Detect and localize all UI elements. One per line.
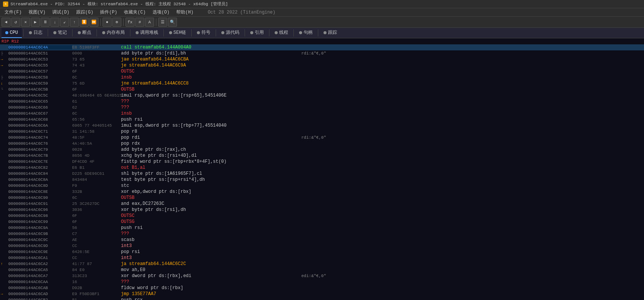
disasm-row[interactable]: 0000000144AC6C82E6 B1out B1,al <box>0 165 644 171</box>
disasm-row[interactable]: 0000000144AC6CA7313C23xor dword ptr ds:[… <box>0 273 644 279</box>
disasm-row[interactable]: 0000000144AC6C6561??? <box>0 98 644 105</box>
disasm-row[interactable]: 0000000144AC6C996FOUTSG <box>0 219 644 225</box>
tb-options-button[interactable]: ☰ <box>158 18 167 27</box>
disasm-row[interactable]: 0000000144AC6C7EDF4CDD 4Ffisttp word ptr… <box>0 159 644 165</box>
row-bytes: DF4CDD 4F <box>72 159 121 164</box>
row-arrow-indicator: ├ <box>1 76 8 80</box>
tab-seh[interactable]: SEH链 <box>165 28 190 38</box>
disasm-row[interactable]: 0000000144AC6C84D225 6DE96C61shl byte pt… <box>0 171 644 177</box>
disasm-view[interactable]: RIP R12 0000000144AC6C4AE8 5198F3FFcall … <box>0 38 644 300</box>
menu-favorites[interactable]: 收藏夹(C) <box>121 8 149 16</box>
menu-debug[interactable]: 调试(D) <box>49 8 73 16</box>
tab-threads[interactable]: 线程 <box>271 28 292 38</box>
title-bar: x StreamFab64.exe - PID: 32544 - 模块: str… <box>0 0 644 8</box>
disasm-row[interactable]: 0000000144AC6C6A6965 77 40405145imul esp… <box>0 123 644 129</box>
tab-log[interactable]: 日志 <box>25 28 46 38</box>
disasm-row[interactable]: 0000000144AC6C8DF9stc <box>0 183 644 189</box>
disasm-row[interactable]: 0000000144AC6CA584 E0mov ah,E0 <box>0 267 644 273</box>
menu-options[interactable]: 选项(O) <box>150 8 173 16</box>
disasm-row[interactable]: 0000000144AC6C9125 3C2627DCand eax,DC272… <box>0 201 644 207</box>
row-bytes: 48:696464 65 6E40515 <box>72 93 121 98</box>
disasm-row[interactable]: └0000000144AC6C5B6FOUTSB <box>0 86 644 92</box>
menu-file[interactable]: 文件(F) <box>2 8 25 16</box>
tab-notes[interactable]: 笔记 <box>50 28 71 38</box>
tb-run-button[interactable]: ▶ <box>31 18 40 27</box>
tb-pause-button[interactable]: ⏸ <box>41 18 50 27</box>
tab-source[interactable]: 源代码 <box>218 28 243 38</box>
row-bytes: E6 B1 <box>72 165 121 170</box>
disasm-row[interactable]: 0000000144AC6C764A:40:5Apop rdx <box>0 141 644 147</box>
disasm-row[interactable]: 0000000144AC6C790028add byte ptr ds:[rax… <box>0 147 644 153</box>
row-address: 0000000144AC6CAA <box>8 280 72 284</box>
disasm-row[interactable]: 0000000144AC6C6662??? <box>0 105 644 111</box>
tab-trace-log[interactable]: 跟踪 <box>320 28 341 38</box>
menu-view[interactable]: 视图(V) <box>26 8 49 16</box>
disasm-row[interactable]: 0000000144AC6C7131 141:58pop r8 <box>0 129 644 135</box>
disasm-row[interactable]: 0000000144AC6CABD92Bfldcw word ptr ds:[r… <box>0 285 644 291</box>
disasm-row[interactable]: 0000000144AC6C8E332Bxor ebp,dword ptr ds… <box>0 189 644 195</box>
disasm-row[interactable]: 0000000144AC6C986FOUTSC <box>0 213 644 219</box>
row-bytes: 6F <box>72 220 121 224</box>
disasm-row[interactable]: →0000000144AC6C5574 43je streamfab64.144… <box>0 62 644 68</box>
disasm-row[interactable]: 0000000144AC6C9A56push rsi <box>0 225 644 231</box>
disasm-row[interactable]: →0000000144AC6CADE9 F50D3BF1jmp 135E77AA… <box>0 291 644 297</box>
tab-symbols[interactable]: 符号 <box>193 28 214 38</box>
menu-trace[interactable]: 跟踪(G) <box>73 8 97 16</box>
row-address: 0000000144AC6CAB <box>8 286 72 290</box>
tb-hex-button[interactable]: # <box>135 18 144 27</box>
disasm-row[interactable]: 0000000144AC6C963036xor byte ptr ds:[rsi… <box>0 207 644 213</box>
disasm-row[interactable]: 0000000144AC6C906COUTSB <box>0 195 644 201</box>
tb-trace-over-button[interactable]: ⏩ <box>89 18 98 27</box>
row-address: 0000000144AC6C9E <box>8 250 72 254</box>
disasm-row[interactable]: 0000000144AC6CA1CCint3 <box>0 255 644 261</box>
disasm-row[interactable]: ↓0000000144AC6C5975 6Djne streamfab64.14… <box>0 80 644 86</box>
disasm-row[interactable]: 0000000144AC6C576FOUTSC <box>0 68 644 74</box>
tab-memory[interactable]: 内存布局 <box>98 28 128 38</box>
menu-plugins[interactable]: 插件(P) <box>97 8 120 16</box>
disasm-row[interactable]: ↑0000000144AC6CA241:77 87ja streamfab64.… <box>0 261 644 267</box>
disasm-row[interactable]: 0000000144AC6C7B8656 4Dxchg byte ptr ds:… <box>0 153 644 159</box>
disasm-row[interactable]: 0000000144AC6CB251push rcx <box>0 297 644 300</box>
row-address: 0000000144AC6C66 <box>8 105 72 110</box>
disasm-row[interactable]: →0000000144AC6C5373 65jae streamfab64.14… <box>0 56 644 62</box>
disasm-row[interactable]: 0000000144AC6C8A843484test byte ptr ss:[… <box>0 177 644 183</box>
disasm-row[interactable]: 0000000144AC6C9CAEscasb <box>0 237 644 243</box>
tb-step-out-button[interactable]: ↑ <box>70 18 79 27</box>
tb-step-over-button[interactable]: ↙ <box>60 18 69 27</box>
tab-breakpoints[interactable]: 断点 <box>74 28 95 38</box>
tb-hardware-bp-button[interactable]: ⊕ <box>112 18 121 27</box>
menu-help[interactable]: 帮助(H) <box>173 8 197 16</box>
disasm-row[interactable]: 0000000144AC6C4AE8 5198F3FFcall streamfa… <box>0 44 644 50</box>
row-address: 0000000144AC6C5C <box>8 93 72 98</box>
tb-close-button[interactable]: ✕ <box>21 18 30 27</box>
row-address: 0000000144AC6C91 <box>8 202 72 206</box>
bp-tab-dot <box>78 31 81 34</box>
disasm-row[interactable]: 0000000144AC6C9BC7??? <box>0 231 644 237</box>
disasm-row[interactable]: 0000000144AC6C5C48:696464 65 6E40515imul… <box>0 92 644 98</box>
cs-tab-label: 调用堆栈 <box>140 29 158 36</box>
cpu-tab-dot <box>5 31 8 34</box>
tb-ascii-button[interactable]: A <box>145 18 154 27</box>
disasm-row[interactable]: 0000000144AC6CAA16??? <box>0 279 644 285</box>
disasm-row[interactable]: 0000000144AC6C676Cinsb <box>0 111 644 117</box>
tab-handles[interactable]: 句柄 <box>295 28 316 38</box>
tab-references[interactable]: 引用 <box>246 28 268 38</box>
tb-step-into-button[interactable]: ↓ <box>50 18 59 27</box>
disasm-row[interactable]: 0000000144AC6C9E6426:5Epop rsi <box>0 249 644 255</box>
disasm-row[interactable]: 0000000144AC6C9DCCint3 <box>0 243 644 249</box>
tab-callstack[interactable]: 调用堆栈 <box>132 28 162 38</box>
tab-cpu[interactable]: CPU <box>2 28 22 38</box>
tb-search-button[interactable]: 🔍 <box>168 18 177 27</box>
disasm-row[interactable]: 0000000144AC6C6865:56push rsi <box>0 117 644 123</box>
disasm-row[interactable]: ├0000000144AC6C586Cinsb <box>0 74 644 80</box>
row-arrow-indicator: ├ <box>1 52 8 56</box>
tb-trace-into-button[interactable]: ⏬ <box>80 18 89 27</box>
row-bytes: AE <box>72 238 121 242</box>
tb-restart-button[interactable]: ↺ <box>11 18 20 27</box>
row-mnemonic: OUTSC <box>121 213 301 218</box>
disasm-row[interactable]: ├0000000144AC6C510000add byte ptr ds:[rd… <box>0 50 644 56</box>
disasm-row[interactable]: 0000000144AC6C7448:5Fpop rdirdi:&"€,0" <box>0 135 644 141</box>
tb-expression-button[interactable]: fx <box>125 18 135 27</box>
tb-back-button[interactable]: ◄ <box>2 18 11 27</box>
tb-breakpoint-button[interactable]: ● <box>103 18 112 27</box>
